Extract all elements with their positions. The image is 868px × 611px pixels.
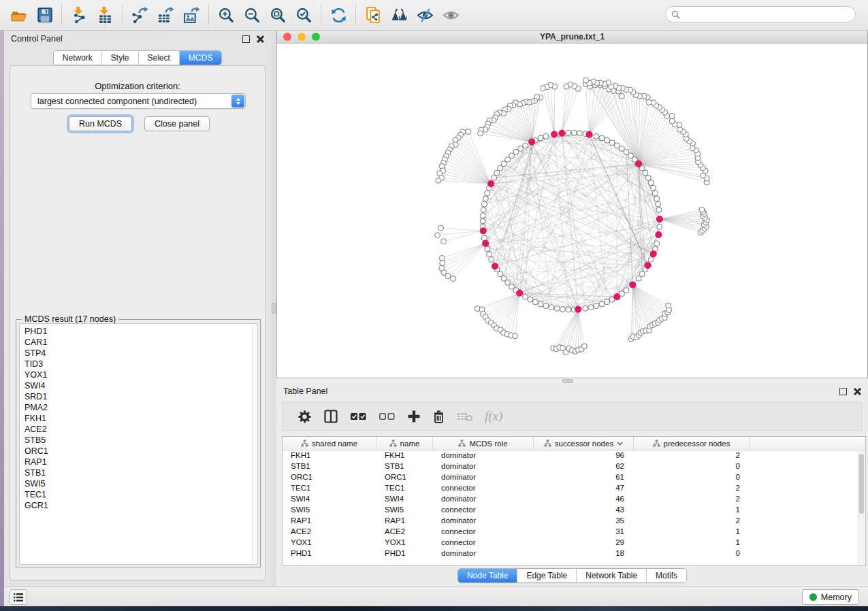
- network-node[interactable]: [440, 260, 445, 265]
- table-row[interactable]: ACE2ACE2connector311: [283, 527, 865, 538]
- table-cell[interactable]: SWI5: [283, 505, 376, 516]
- network-node[interactable]: [609, 140, 615, 146]
- table-cell[interactable]: PHD1: [376, 548, 433, 559]
- mcds-hub-node[interactable]: [492, 263, 498, 269]
- mcds-hub-node[interactable]: [586, 131, 592, 137]
- mcds-hub-node[interactable]: [630, 282, 636, 288]
- table-cell[interactable]: 35: [534, 516, 634, 527]
- close-panel-icon[interactable]: [854, 388, 861, 395]
- tab-edge-table[interactable]: Edge Table: [517, 569, 576, 582]
- table-cell[interactable]: dominator: [433, 516, 534, 527]
- mcds-result-item[interactable]: FKH1: [25, 413, 257, 424]
- network-node[interactable]: [494, 170, 500, 176]
- table-cell[interactable]: 2: [634, 483, 750, 494]
- network-node[interactable]: [605, 137, 610, 143]
- table-cell[interactable]: 61: [534, 472, 634, 483]
- column-header-shared-name[interactable]: shared name: [283, 437, 376, 450]
- table-cell[interactable]: 96: [534, 450, 634, 461]
- mcds-result-item[interactable]: STP4: [25, 348, 257, 359]
- network-node[interactable]: [532, 299, 538, 305]
- table-cell[interactable]: 2: [634, 516, 750, 527]
- table-cell[interactable]: 18: [534, 548, 634, 559]
- hide-eye-button[interactable]: [412, 3, 438, 27]
- mcds-hub-node[interactable]: [529, 139, 535, 145]
- mcds-result-item[interactable]: TEC1: [25, 489, 257, 500]
- mcds-hub-node[interactable]: [656, 216, 662, 222]
- network-node[interactable]: [543, 133, 549, 139]
- search-input[interactable]: [683, 10, 855, 19]
- table-cell[interactable]: STB1: [283, 461, 376, 472]
- select-all-button[interactable]: [350, 412, 367, 421]
- mcds-result-item[interactable]: ORC1: [25, 446, 257, 457]
- float-panel-icon[interactable]: [839, 388, 847, 395]
- column-header-predecessor-nodes[interactable]: predecessor nodes: [634, 437, 750, 450]
- table-cell[interactable]: dominator: [433, 494, 534, 505]
- network-node[interactable]: [477, 131, 483, 136]
- save-session-button[interactable]: [31, 3, 57, 27]
- tab-network-table[interactable]: Network Table: [576, 569, 646, 582]
- network-node[interactable]: [441, 239, 447, 244]
- memory-button[interactable]: Memory: [802, 589, 859, 605]
- close-panel-button[interactable]: Close panel: [144, 116, 210, 131]
- mcds-result-item[interactable]: YOX1: [25, 369, 257, 380]
- import-network-button[interactable]: [66, 3, 92, 27]
- splitter-grip[interactable]: [272, 303, 276, 314]
- table-row[interactable]: FKH1FKH1dominator962: [283, 450, 865, 461]
- table-cell[interactable]: 1: [634, 505, 750, 516]
- mcds-hub-node[interactable]: [645, 262, 651, 268]
- table-cell[interactable]: ACE2: [376, 527, 433, 538]
- network-node[interactable]: [599, 301, 605, 307]
- run-mcds-button[interactable]: Run MCDS: [69, 116, 132, 131]
- network-node[interactable]: [594, 133, 599, 139]
- network-node[interactable]: [480, 218, 485, 224]
- table-cell[interactable]: ACE2: [283, 527, 376, 538]
- mcds-hub-node[interactable]: [517, 290, 523, 296]
- open-file-button[interactable]: [5, 3, 31, 27]
- table-cell[interactable]: 29: [534, 538, 634, 548]
- function-builder-button[interactable]: f(x): [485, 409, 502, 424]
- mcds-result-item[interactable]: STB5: [25, 435, 257, 446]
- add-row-button[interactable]: [407, 410, 421, 423]
- mcds-hub-node[interactable]: [488, 180, 494, 186]
- mcds-list-scrollbar[interactable]: [252, 324, 257, 564]
- column-header-successor-nodes[interactable]: successor nodes: [534, 437, 634, 450]
- table-cell[interactable]: 62: [534, 461, 634, 472]
- mcds-hub-node[interactable]: [650, 251, 656, 257]
- network-node[interactable]: [549, 305, 554, 310]
- network-node[interactable]: [577, 131, 582, 136]
- table-cell[interactable]: 1: [634, 538, 750, 548]
- table-cell[interactable]: FKH1: [376, 450, 433, 461]
- zoom-in-button[interactable]: [213, 3, 239, 27]
- table-row[interactable]: RAP1RAP1dominator352: [283, 516, 865, 527]
- network-node[interactable]: [538, 301, 543, 307]
- table-cell[interactable]: FKH1: [283, 450, 376, 461]
- table-cell[interactable]: 2: [634, 494, 750, 505]
- network-node[interactable]: [438, 225, 443, 231]
- network-node[interactable]: [699, 207, 705, 212]
- gear-button[interactable]: [298, 410, 312, 424]
- network-node[interactable]: [538, 135, 543, 141]
- network-node[interactable]: [489, 257, 494, 262]
- table-cell[interactable]: TEC1: [283, 483, 376, 494]
- zoom-fit-button[interactable]: [265, 3, 291, 27]
- network-node[interactable]: [560, 306, 566, 312]
- table-scrollbar[interactable]: [858, 451, 865, 565]
- table-cell[interactable]: 0: [634, 461, 750, 472]
- network-node[interactable]: [564, 84, 569, 89]
- mcds-result-item[interactable]: CAR1: [25, 337, 257, 348]
- table-cell[interactable]: connector: [433, 527, 534, 538]
- network-node[interactable]: [466, 129, 471, 135]
- table-cell[interactable]: 31: [534, 527, 634, 538]
- mcds-result-list[interactable]: PHD1CAR1STP4TID3YOX1SWI4SRD1PMA2FKH1ACE2…: [19, 323, 258, 565]
- table-cell[interactable]: 2: [634, 450, 750, 461]
- network-node[interactable]: [669, 118, 675, 124]
- network-node[interactable]: [571, 130, 577, 135]
- network-node[interactable]: [650, 185, 656, 191]
- column-header-MCDS-role[interactable]: MCDS role: [433, 437, 534, 450]
- scrollbar-thumb[interactable]: [859, 454, 864, 514]
- network-node[interactable]: [540, 86, 545, 91]
- export-image-button[interactable]: [178, 3, 204, 27]
- table-cell[interactable]: PHD1: [283, 548, 376, 559]
- network-node[interactable]: [594, 303, 599, 309]
- table-row[interactable]: SWI5SWI5connector431: [283, 505, 865, 516]
